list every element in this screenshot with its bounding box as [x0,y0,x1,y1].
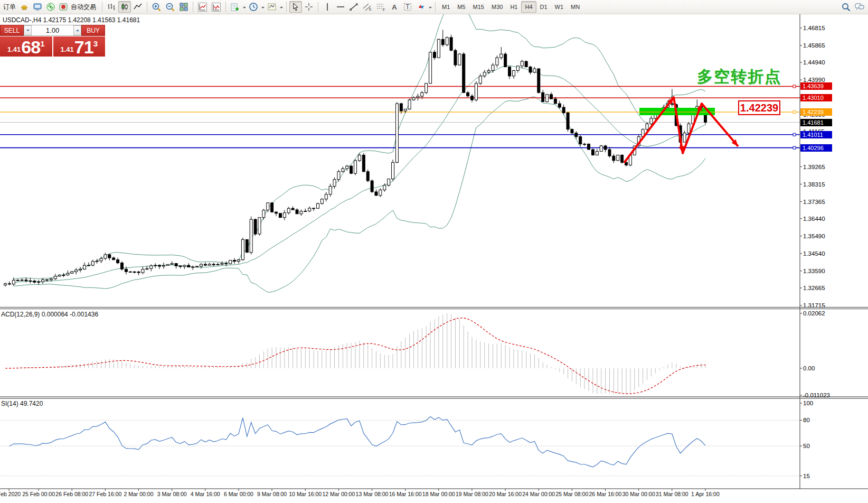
label-tool-glyph: T [405,3,410,11]
chart-title: USDCAD-,H4 1.42175 1.42208 1.41563 1.416… [3,16,140,24]
add-indicator-caret[interactable] [243,7,246,10]
ask-price-box[interactable]: 1.41 71 3 [53,36,106,57]
channel-sub: E [369,7,372,11]
price-tag-label[interactable]: 1.42239 [738,100,780,115]
add-indicator-icon[interactable] [229,1,241,13]
signal-icon[interactable] [44,1,57,13]
data-window-icon[interactable] [210,1,223,13]
time-axis-label: Feb 2020 [0,491,21,497]
time-axis-label: 19 Mar 08:00 [456,491,488,497]
price-axis-tick: 1.37365 [803,199,825,205]
bid-price-box[interactable]: 1.41 68 1 [0,36,52,57]
chart-annotation[interactable]: 多空转折点 [697,66,781,88]
time-axis-label: 13 Mar 08:00 [356,491,389,497]
time-axis-label: 27 Feb 16:00 [89,491,121,497]
template-caret[interactable] [280,7,283,10]
chart-stage: USDCAD-,H4 1.42175 1.42208 1.41563 1.416… [0,0,868,503]
time-axis-label: 1 Apr 16:00 [691,491,720,497]
price-axis-badge: 1.43010 [800,94,832,101]
price-axis-tick: 1.43990 [803,77,825,83]
price-axis-tick: 1.46815 [803,25,825,31]
timeframe-m1[interactable]: M1 [438,1,454,13]
time-axis-label: 26 Mar 16:00 [589,491,622,497]
price-axis-tick: 1.45865 [803,42,825,49]
toolbar-separator [435,2,436,12]
rsi-pane [0,417,800,476]
shapes-caret[interactable] [429,7,432,10]
price-axis-tick: 1.35490 [803,233,825,239]
price-axis-tick: 1.44940 [803,59,825,66]
volume-input[interactable]: 1.00 [32,25,73,35]
timeframe-h1[interactable]: H1 [506,1,521,13]
macd-label: ACD(12,26,9) 0.000064 -0.001436 [1,311,98,318]
time-axis-label: 24 Mar 00:00 [522,491,555,497]
line-chart-icon[interactable] [131,1,144,13]
timeframe-m15[interactable]: M15 [469,1,488,13]
rsi-axis-tick: 15 [803,473,810,479]
fibo-sub: F [383,8,385,12]
time-axis-label: 16 Mar 16:00 [389,491,422,497]
time-axis-label: 25 Mar 08:00 [555,491,588,497]
new-order-button[interactable]: 订单 [2,3,17,12]
price-axis-badge: 1.43639 [800,82,832,90]
autotrading-button[interactable]: 自动交易 [58,1,99,13]
indicator-list-icon[interactable] [196,1,209,13]
vertical-line-icon[interactable] [321,1,334,13]
time-axis-label: 2 Mar 00:00 [124,491,153,497]
zoom-in-icon[interactable] [150,1,163,13]
bar-chart-icon[interactable] [105,1,118,13]
time-axis-label: 31 Mar 08:00 [656,491,688,497]
candlestick-chart-icon[interactable] [118,1,131,13]
toolbar-separator [102,2,102,12]
fibonacci-icon[interactable]: F [374,1,388,13]
timeframe-buttons: M1M5M15M30H1H4D1W1MN [438,1,583,13]
buy-button[interactable]: BUY [81,25,105,36]
period-selector-caret[interactable] [261,7,265,10]
toolbar-separator [225,2,226,12]
zoom-out-icon[interactable] [164,1,177,13]
gold-icon[interactable] [18,1,31,13]
market-watch-icon[interactable] [31,1,44,13]
price-axis-tick: 1.32665 [803,285,825,291]
timeframe-mn[interactable]: MN [567,1,583,13]
time-axis-label: 12 Mar 00:00 [322,491,355,497]
rsi-axis-tick: 100 [803,400,813,406]
tile-windows-icon[interactable] [177,1,190,13]
period-selector-icon[interactable] [247,1,260,13]
text-icon[interactable]: A [388,1,401,13]
rsi-label: SI(14) 49.7420 [1,400,43,407]
volume-decrease-button[interactable] [24,25,32,35]
ask-pipette: 3 [93,39,98,48]
timeframe-m5[interactable]: M5 [454,1,469,13]
price-axis-badge: 1.41681 [800,119,832,126]
price-axis-badge: 1.42239 [800,108,832,116]
channel-icon[interactable]: E [361,1,374,13]
horizontal-line-icon[interactable] [334,1,347,13]
bid-pipette: 1 [40,39,44,48]
label-icon[interactable]: T [401,1,414,13]
timeframe-m30[interactable]: M30 [488,1,506,13]
price-axis-badge: 1.41011 [800,131,832,138]
shapes-icon[interactable] [414,1,427,13]
ask-big-digits: 71 [74,39,93,55]
main-toolbar: 订单 自动交易 [0,0,868,14]
price-axis-badge: 1.40296 [800,144,832,152]
search-icon[interactable] [839,1,853,13]
price-axis-tick: 1.31715 [803,302,825,309]
sell-button[interactable]: SELL [0,25,24,36]
time-axis-label: 6 Mar 00:00 [224,491,253,497]
cursor-icon[interactable] [289,1,302,13]
timeframe-d1[interactable]: D1 [536,1,551,13]
crosshair-icon[interactable] [303,1,315,13]
trendline-icon[interactable] [347,1,360,13]
template-icon[interactable] [266,1,278,13]
price-axis-tick: 1.39265 [803,164,825,170]
volume-increase-button[interactable] [73,25,81,35]
chat-icon[interactable] [853,1,866,13]
toolbar-separator [286,2,287,12]
autotrading-label: 自动交易 [69,3,98,12]
toolbar-separator [193,2,193,12]
price-axis-tick: 1.36440 [803,216,825,222]
timeframe-h4[interactable]: H4 [521,1,536,13]
timeframe-w1[interactable]: W1 [551,1,568,13]
